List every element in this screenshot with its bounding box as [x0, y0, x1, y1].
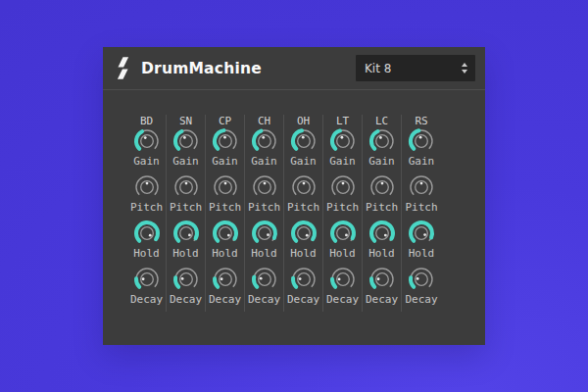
knob-cell-decay-ch: Decay: [248, 266, 280, 312]
knob-cell-decay-bd: Decay: [130, 266, 163, 312]
knob-gain-bd[interactable]: [133, 127, 161, 155]
knob-cell-decay-lt: Decay: [326, 266, 359, 312]
knob-label-decay: Decay: [326, 294, 359, 306]
knob-decay-lc[interactable]: [368, 266, 396, 293]
app-title: DrumMachine: [141, 60, 262, 77]
knob-label-hold: Hold: [251, 248, 277, 260]
knob-cell-decay-oh: Decay: [287, 266, 319, 312]
knob-label-gain: Gain: [133, 156, 160, 168]
knob-cell-gain-rs: Gain: [408, 127, 435, 173]
knob-cell-pitch-cp: Pitch: [209, 173, 241, 220]
knob-label-hold: Hold: [329, 248, 356, 260]
knob-cell-hold-rs: Hold: [408, 220, 435, 266]
knob-hold-bd[interactable]: [133, 220, 161, 247]
knob-pitch-rs[interactable]: [408, 173, 435, 201]
knob-label-pitch: Pitch: [287, 202, 319, 214]
channel-column-bd: BDGainPitchHoldDecay: [127, 115, 167, 312]
kit-selector-value: Kit 8: [365, 62, 391, 75]
knob-label-decay: Decay: [248, 294, 280, 306]
knob-label-pitch: Pitch: [248, 202, 280, 214]
kit-selector[interactable]: Kit 8: [356, 55, 475, 81]
knob-gain-sn[interactable]: [172, 127, 200, 155]
knob-hold-ch[interactable]: [251, 220, 278, 247]
knob-pitch-bd[interactable]: [133, 173, 161, 201]
knob-label-gain: Gain: [212, 156, 238, 168]
channel-column-lc: LCGainPitchHoldDecay: [363, 115, 402, 312]
knob-label-decay: Decay: [366, 294, 398, 306]
knob-label-gain: Gain: [172, 156, 199, 168]
column-label-lc: LC: [375, 115, 388, 127]
knob-label-hold: Hold: [409, 248, 435, 260]
knob-label-hold: Hold: [368, 248, 395, 260]
channel-column-cp: CPGainPitchHoldDecay: [206, 115, 245, 312]
column-label-oh: OH: [297, 115, 310, 127]
knob-cell-decay-lc: Decay: [366, 266, 398, 312]
knob-hold-rs[interactable]: [408, 220, 435, 247]
knob-cell-hold-lc: Hold: [368, 220, 396, 266]
column-label-rs: RS: [415, 115, 427, 127]
knob-gain-ch[interactable]: [251, 127, 278, 155]
knob-cell-decay-cp: Decay: [209, 266, 241, 312]
knob-cell-hold-cp: Hold: [212, 220, 239, 266]
knob-cell-gain-lt: Gain: [329, 127, 357, 173]
knob-cell-gain-sn: Gain: [172, 127, 200, 173]
knob-cell-pitch-oh: Pitch: [287, 173, 319, 220]
knob-label-gain: Gain: [329, 156, 356, 168]
knob-decay-cp[interactable]: [212, 266, 239, 293]
knob-gain-lt[interactable]: [329, 127, 357, 155]
knob-hold-sn[interactable]: [172, 220, 200, 247]
knob-cell-gain-cp: Gain: [212, 127, 239, 173]
knob-gain-cp[interactable]: [212, 127, 239, 155]
knob-cell-gain-ch: Gain: [251, 127, 278, 173]
knob-pitch-lc[interactable]: [368, 173, 396, 201]
knob-decay-ch[interactable]: [251, 266, 278, 293]
knob-label-hold: Hold: [133, 248, 160, 260]
knob-cell-hold-oh: Hold: [290, 220, 318, 266]
knob-hold-lc[interactable]: [368, 220, 396, 247]
knob-cell-pitch-rs: Pitch: [405, 173, 437, 220]
channel-column-lt: LTGainPitchHoldDecay: [323, 115, 363, 312]
column-label-ch: CH: [258, 115, 270, 127]
knob-gain-lc[interactable]: [368, 127, 396, 155]
knob-label-pitch: Pitch: [170, 202, 202, 214]
knob-cell-pitch-bd: Pitch: [130, 173, 163, 220]
column-label-bd: BD: [140, 115, 153, 127]
knob-label-gain: Gain: [290, 156, 317, 168]
knob-decay-rs[interactable]: [408, 266, 435, 293]
knob-gain-oh[interactable]: [290, 127, 318, 155]
column-label-sn: SN: [179, 115, 192, 127]
channel-column-sn: SNGainPitchHoldDecay: [167, 115, 206, 312]
knob-pitch-lt[interactable]: [329, 173, 357, 201]
knob-label-decay: Decay: [287, 294, 319, 306]
knob-decay-sn[interactable]: [172, 266, 200, 293]
knob-pitch-cp[interactable]: [212, 173, 239, 201]
knob-decay-lt[interactable]: [329, 266, 357, 293]
knob-cell-gain-bd: Gain: [133, 127, 161, 173]
knob-decay-bd[interactable]: [133, 266, 161, 293]
knob-pitch-ch[interactable]: [251, 173, 278, 201]
knob-label-gain: Gain: [251, 156, 277, 168]
drum-machine-panel: DrumMachine Kit 8 BDGainPitchHoldDecaySN…: [103, 47, 485, 345]
channel-column-ch: CHGainPitchHoldDecay: [245, 115, 284, 312]
knob-hold-lt[interactable]: [329, 220, 357, 247]
column-label-lt: LT: [336, 115, 349, 127]
knob-label-hold: Hold: [172, 248, 199, 260]
knob-label-decay: Decay: [209, 294, 241, 306]
channel-column-rs: RSGainPitchHoldDecay: [402, 115, 441, 312]
knob-decay-oh[interactable]: [290, 266, 318, 293]
knob-pitch-sn[interactable]: [172, 173, 200, 201]
knob-label-decay: Decay: [170, 294, 202, 306]
column-label-cp: CP: [219, 115, 231, 127]
knob-label-pitch: Pitch: [130, 202, 163, 214]
knob-cell-hold-lt: Hold: [329, 220, 357, 266]
knob-cell-pitch-lc: Pitch: [366, 173, 398, 220]
knob-hold-cp[interactable]: [212, 220, 239, 247]
knob-cell-pitch-sn: Pitch: [170, 173, 202, 220]
knob-label-hold: Hold: [212, 248, 238, 260]
knob-label-decay: Decay: [130, 294, 163, 306]
knob-hold-oh[interactable]: [290, 220, 318, 247]
knob-label-pitch: Pitch: [209, 202, 241, 214]
knob-gain-rs[interactable]: [408, 127, 435, 155]
knob-cell-pitch-ch: Pitch: [248, 173, 280, 220]
knob-pitch-oh[interactable]: [290, 173, 318, 201]
